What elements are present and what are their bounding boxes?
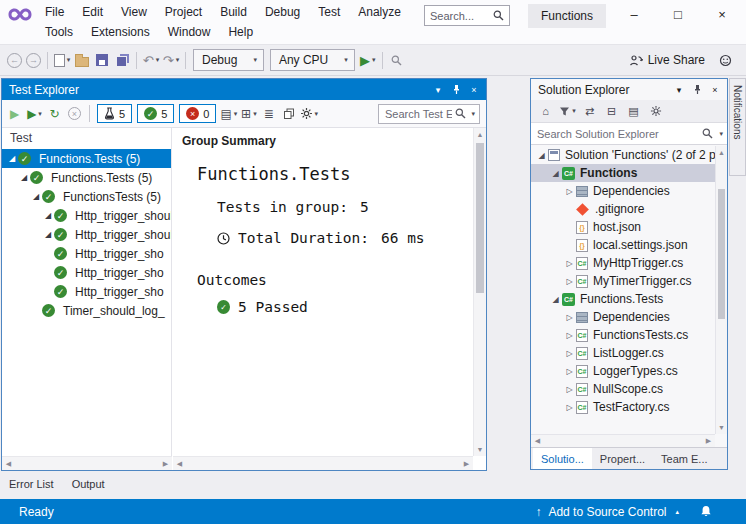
navigate-back-button[interactable]: ← xyxy=(7,53,22,68)
solution-platform-dropdown[interactable]: Any CPU▾ xyxy=(270,49,355,71)
expander-icon[interactable]: ▷ xyxy=(563,403,576,412)
solution-configuration-dropdown[interactable]: Debug▾ xyxy=(193,49,264,71)
scroll-up-icon[interactable]: ▲ xyxy=(716,146,727,159)
run-tests-button[interactable]: ▶▾ xyxy=(25,104,44,124)
test-tree-item[interactable]: ◢✓Http_trigger_shoul xyxy=(2,206,171,225)
filter-button[interactable]: ▾ xyxy=(559,102,576,120)
solution-tree-item[interactable]: ▷Dependencies xyxy=(531,308,715,326)
menu-analyze[interactable]: Analyze xyxy=(349,2,410,22)
expander-icon[interactable]: ▷ xyxy=(563,349,576,358)
copy-button[interactable] xyxy=(279,104,298,124)
menu-build[interactable]: Build xyxy=(211,2,256,22)
undo-button[interactable]: ↶▾ xyxy=(141,49,161,71)
test-tree-item[interactable]: ✓Timer_should_log_ xyxy=(2,301,171,320)
menu-file[interactable]: File xyxy=(36,2,73,22)
solution-tree-item[interactable]: ▷C#TestFactory.cs xyxy=(531,398,715,416)
summary-hscrollbar[interactable]: ◀ ▶ xyxy=(173,456,473,470)
scroll-down-icon[interactable]: ▼ xyxy=(474,443,486,456)
test-tree-item[interactable]: ✓Http_trigger_sho xyxy=(2,244,171,263)
show-all-files-button[interactable]: ▤ xyxy=(625,102,642,120)
summary-vscrollbar[interactable]: ▲ ▼ xyxy=(473,128,486,456)
solution-tree-item[interactable]: ▷C#MyHttpTrigger.cs xyxy=(531,254,715,272)
expander-icon[interactable]: ◢ xyxy=(549,169,562,178)
expander-icon[interactable]: ◢ xyxy=(42,230,54,239)
expander-icon[interactable]: ◢ xyxy=(549,295,562,304)
scroll-left-icon[interactable]: ◀ xyxy=(531,437,544,445)
scroll-down-icon[interactable]: ▼ xyxy=(716,421,727,434)
navigate-forward-button[interactable]: → xyxy=(26,53,41,68)
redo-button[interactable]: ↷▾ xyxy=(161,49,181,71)
save-all-button[interactable] xyxy=(112,49,132,71)
repeat-last-run-button[interactable]: ↻ xyxy=(45,104,64,124)
solution-tree-item[interactable]: ▷C#LoggerTypes.cs xyxy=(531,362,715,380)
collapse-all-button[interactable]: ⊟ xyxy=(603,102,620,120)
scroll-thumb[interactable] xyxy=(718,189,725,319)
properties-button[interactable] xyxy=(647,102,664,120)
expander-icon[interactable]: ◢ xyxy=(42,211,54,220)
expander-icon[interactable]: ◢ xyxy=(18,173,30,182)
filter-all-tests-button[interactable]: 5 xyxy=(97,104,132,123)
tab-propert[interactable]: Propert... xyxy=(592,448,653,469)
sync-with-active-document-button[interactable]: ⇄ xyxy=(581,102,598,120)
test-tree-item[interactable]: ◢✓FunctionsTests (5) xyxy=(2,187,171,206)
test-tree-item[interactable]: ◢✓Functions.Tests (5) xyxy=(2,149,171,168)
solution-tree-item[interactable]: {}host.json xyxy=(531,218,715,236)
close-panel-button[interactable]: × xyxy=(706,81,724,98)
expander-icon[interactable]: ▷ xyxy=(563,187,576,196)
test-settings-button[interactable]: ▾ xyxy=(299,104,318,124)
solution-tree-item[interactable]: ▷C#MyTimerTrigger.cs xyxy=(531,272,715,290)
menu-debug[interactable]: Debug xyxy=(256,2,309,22)
expander-icon[interactable]: ▷ xyxy=(563,259,576,268)
scroll-right-icon[interactable]: ▶ xyxy=(159,460,172,468)
test-tree-item[interactable]: ◢✓Http_trigger_shoul xyxy=(2,225,171,244)
tab-output[interactable]: Output xyxy=(72,478,105,499)
filter-failed-tests-button[interactable]: × 0 xyxy=(179,104,216,123)
solution-vscrollbar[interactable]: ▲ ▼ xyxy=(715,146,727,434)
solution-tree-item[interactable]: ◢C#Functions xyxy=(531,164,715,182)
solution-tree-item[interactable]: ◢C#Functions.Tests xyxy=(531,290,715,308)
expander-icon[interactable]: ◢ xyxy=(6,154,18,163)
chevron-up-icon[interactable]: ▴ xyxy=(675,508,679,516)
filter-passed-tests-button[interactable]: ✓ 5 xyxy=(137,104,174,123)
test-tree-hscrollbar[interactable]: ◀ ▶ xyxy=(2,456,172,470)
expander-icon[interactable]: ◢ xyxy=(30,192,42,201)
live-share-button[interactable]: Live Share xyxy=(629,53,705,67)
test-tree-item[interactable]: ✓Http_trigger_sho xyxy=(2,282,171,301)
close-panel-button[interactable]: × xyxy=(465,81,483,98)
menu-help[interactable]: Help xyxy=(219,22,262,42)
minimize-button[interactable]: – xyxy=(612,0,656,28)
test-tree-item[interactable]: ◢✓Functions.Tests (5) xyxy=(2,168,171,187)
menu-view[interactable]: View xyxy=(112,2,156,22)
scroll-left-icon[interactable]: ◀ xyxy=(173,460,186,468)
window-position-button[interactable]: ▾ xyxy=(429,81,447,98)
home-button[interactable]: ⌂ xyxy=(537,102,554,120)
expander-icon[interactable]: ◢ xyxy=(535,151,548,160)
scroll-up-icon[interactable]: ▲ xyxy=(474,128,486,141)
notifications-bell-button[interactable] xyxy=(700,505,712,518)
hierarchy-button[interactable]: ≣ xyxy=(259,104,278,124)
scroll-thumb[interactable] xyxy=(476,143,484,293)
start-debugging-button[interactable]: ▶▾ xyxy=(358,49,378,71)
solution-tree-item[interactable]: ▷C#ListLogger.cs xyxy=(531,344,715,362)
tab-teame[interactable]: Team E... xyxy=(653,448,715,469)
test-search-input[interactable]: Search Test E ▾ xyxy=(378,104,480,124)
scroll-left-icon[interactable]: ◀ xyxy=(2,460,15,468)
tab-solutio[interactable]: Solutio... xyxy=(533,448,592,469)
new-file-button[interactable]: ▾ xyxy=(52,49,72,71)
test-tree-item[interactable]: ✓Http_trigger_sho xyxy=(2,263,171,282)
menu-extensions[interactable]: Extensions xyxy=(82,22,159,42)
window-position-button[interactable]: ▾ xyxy=(670,81,688,98)
add-to-source-control-button[interactable]: Add to Source Control xyxy=(548,505,666,519)
solution-tree-item[interactable]: ▷Dependencies xyxy=(531,182,715,200)
expander-icon[interactable]: ▷ xyxy=(563,313,576,322)
solution-tree-item[interactable]: ▷C#FunctionsTests.cs xyxy=(531,326,715,344)
scroll-right-icon[interactable]: ▶ xyxy=(460,460,473,468)
run-all-tests-button[interactable]: ▶ xyxy=(5,104,24,124)
open-file-button[interactable] xyxy=(72,49,92,71)
expander-icon[interactable]: ▷ xyxy=(563,331,576,340)
notifications-tab[interactable]: Notifications xyxy=(729,78,746,176)
close-button[interactable]: × xyxy=(700,0,744,28)
solution-hscrollbar[interactable]: ◀ ▶ xyxy=(531,434,715,447)
playlist-button[interactable]: ▤▾ xyxy=(219,104,238,124)
find-in-files-button[interactable] xyxy=(387,49,407,71)
